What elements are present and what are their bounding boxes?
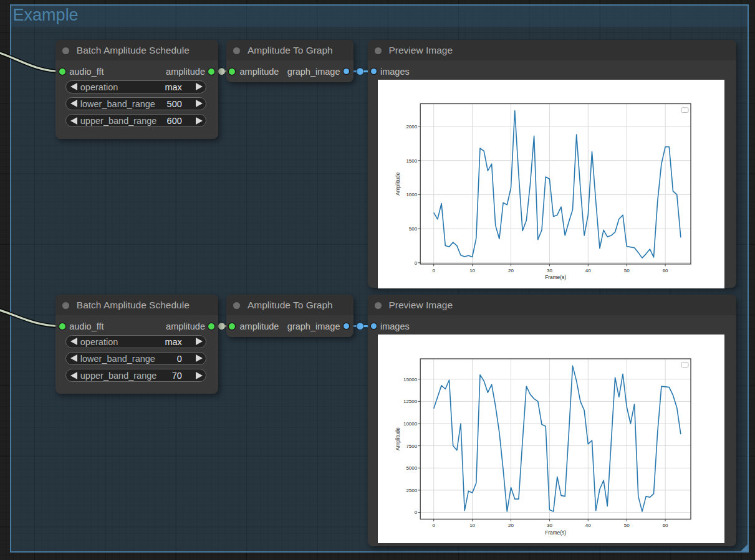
svg-text:500: 500 — [409, 226, 418, 232]
svg-text:20: 20 — [508, 267, 514, 273]
svg-text:40: 40 — [585, 523, 591, 528]
svg-text:60: 60 — [663, 523, 668, 528]
svg-text:50: 50 — [624, 267, 630, 273]
svg-text:0: 0 — [415, 510, 418, 515]
svg-text:0: 0 — [415, 260, 418, 265]
svg-text:12500: 12500 — [403, 399, 418, 404]
svg-text:30: 30 — [547, 267, 552, 273]
svg-text:Frame(s): Frame(s) — [545, 529, 566, 535]
svg-text:1000: 1000 — [406, 192, 417, 197]
svg-text:7500: 7500 — [406, 443, 417, 448]
svg-text:2000: 2000 — [406, 123, 417, 129]
svg-text:10: 10 — [469, 523, 475, 528]
svg-text:Amplitude: Amplitude — [395, 172, 402, 195]
svg-text:Amplitude: Amplitude — [395, 427, 402, 450]
svg-text:1500: 1500 — [406, 158, 417, 163]
svg-text:15000: 15000 — [403, 376, 418, 382]
svg-text:60: 60 — [663, 267, 668, 273]
svg-text:30: 30 — [547, 523, 552, 528]
svg-text:0: 0 — [432, 523, 435, 528]
svg-text:10: 10 — [469, 267, 475, 273]
svg-text:0: 0 — [432, 267, 435, 273]
svg-text:40: 40 — [585, 267, 591, 273]
svg-text:2500: 2500 — [406, 487, 417, 493]
svg-text:Frame(s): Frame(s) — [545, 274, 566, 280]
svg-text:50: 50 — [624, 523, 630, 528]
svg-text:10000: 10000 — [403, 420, 418, 426]
svg-text:5000: 5000 — [406, 465, 417, 471]
svg-text:20: 20 — [508, 523, 514, 528]
